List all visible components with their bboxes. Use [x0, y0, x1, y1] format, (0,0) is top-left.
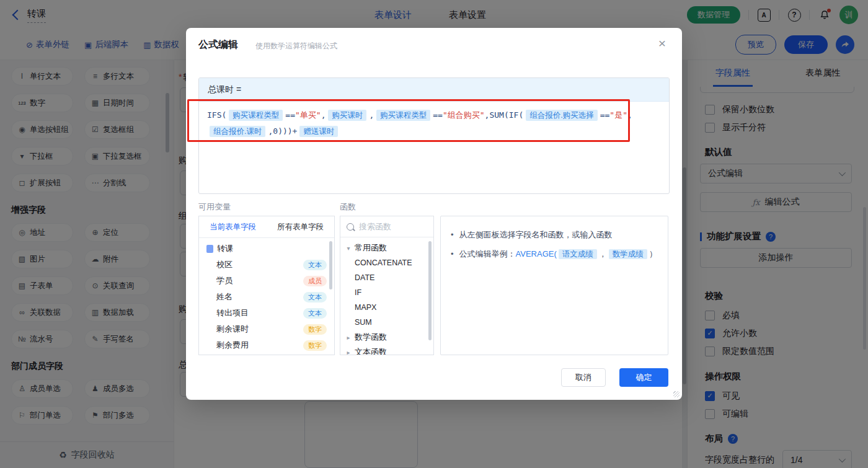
bullet-icon: • [451, 228, 454, 242]
modal-subtitle: 使用数学运算符编辑公式 [255, 41, 337, 51]
app-root: 转课 表单设计 表单设置 数据管理 A ? 训 ⊘表单外链▣后端脚本▥数据权 预… [0, 0, 868, 468]
tip-text: 从左侧面板选择字段名和函数，或输入函数 [459, 228, 613, 242]
variable-field-name: 校区 [216, 259, 232, 270]
variables-scrollbar[interactable] [329, 241, 332, 289]
formula-editor[interactable]: 总课时 = IFS(购买课程类型=="单买",购买课时,购买课程类型=="组合购… [198, 77, 670, 194]
variable-field-row[interactable]: 学员成员 [199, 273, 334, 289]
tip-token: AVERAGE( [516, 249, 557, 258]
func-item[interactable]: CONCATENATE [340, 255, 433, 270]
confirm-button[interactable]: 确定 [619, 368, 668, 387]
tree-caret-icon: ▸ [345, 334, 352, 341]
formula-field-chip[interactable]: 购买课程类型 [376, 110, 430, 121]
formula-token: "单买" [295, 110, 321, 120]
formula-token: , [369, 110, 374, 120]
func-item-label: SUM [355, 318, 372, 327]
tip-text: 公式编辑举例：AVERAGE(语文成绩，数学成绩） [459, 247, 657, 261]
field-type-badge: 文本 [303, 308, 327, 319]
variables-panel: 当前表单字段 所有表单字段 转课校区文本学员成员姓名文本转出项目文本剩余课时数字… [198, 216, 335, 355]
tip-token: ） [649, 249, 657, 258]
variables-list: 转课校区文本学员成员姓名文本转出项目文本剩余课时数字剩余费用数字 [199, 241, 334, 353]
func-item[interactable]: IF [340, 285, 433, 300]
formula-token: == [285, 110, 295, 120]
variables-tabs: 当前表单字段 所有表单字段 [199, 216, 334, 238]
function-search-input[interactable] [358, 221, 416, 232]
formula-expression[interactable]: IFS(购买课程类型=="单买",购买课时,购买课程类型=="组合购买",SUM… [199, 102, 669, 145]
variable-field-name: 转出项目 [216, 307, 249, 319]
search-icon [347, 223, 354, 231]
tree-caret-icon: ▾ [345, 245, 352, 252]
formula-token: ,SUM(IF( [485, 110, 524, 120]
field-type-badge: 数字 [303, 340, 327, 351]
formula-token: == [433, 110, 443, 120]
formula-token: ,0)))+ [268, 126, 297, 136]
variable-field-name: 剩余费用 [216, 340, 249, 351]
func-group-label: 常用函数 [355, 242, 387, 254]
variable-field-row[interactable]: 剩余课时数字 [199, 321, 334, 337]
example-field-chip: 语文成绩 [559, 249, 597, 259]
tip-token: 从左侧面板选择字段名和函数，或输入函数 [459, 230, 613, 239]
function-tree: ▾常用函数CONCATENATEDATEIFMAPXSUM▸数学函数▸文本函数 [340, 237, 433, 355]
formula-field-chip[interactable]: 赠送课时 [299, 126, 338, 137]
func-group-label: 数学函数 [355, 332, 387, 343]
field-type-badge: 数字 [303, 324, 327, 335]
modal-title: 公式编辑 [198, 38, 238, 51]
func-item-label: CONCATENATE [355, 258, 412, 267]
resize-handle-icon[interactable] [673, 391, 680, 397]
formula-field-chip[interactable]: 组合报价.购买选择 [526, 110, 597, 121]
variable-field-row[interactable]: 校区文本 [199, 257, 334, 273]
formula-field-chip[interactable]: 购买课程类型 [229, 110, 283, 121]
formula-token: "组合购买" [443, 110, 485, 120]
tree-caret-icon: ▸ [345, 349, 352, 356]
functions-scrollbar[interactable] [428, 241, 432, 340]
formula-token: "是" [609, 110, 627, 120]
variable-field-row[interactable]: 剩余费用数字 [199, 337, 334, 353]
field-type-badge: 文本 [303, 260, 327, 270]
field-type-badge: 成员 [303, 276, 327, 286]
func-group[interactable]: ▸文本函数 [340, 345, 433, 355]
func-group[interactable]: ▾常用函数 [340, 241, 433, 255]
variables-form-row[interactable]: 转课 [199, 241, 334, 257]
formula-token: , [627, 110, 632, 120]
func-item-label: MAPX [355, 303, 376, 312]
formula-field-chip[interactable]: 购买课时 [328, 110, 366, 121]
formula-token: == [600, 110, 610, 120]
form-name: 转课 [217, 243, 233, 254]
tab-current-form-fields[interactable]: 当前表单字段 [199, 216, 267, 237]
func-group[interactable]: ▸数学函数 [340, 330, 433, 345]
func-group-label: 文本函数 [355, 347, 387, 355]
formula-token: IFS( [207, 110, 226, 120]
func-item[interactable]: MAPX [340, 300, 433, 315]
example-field-chip: 数学成绩 [609, 249, 647, 259]
variables-label: 可用变量 [198, 201, 231, 213]
func-item[interactable]: SUM [340, 315, 433, 330]
bullet-icon: • [451, 247, 454, 261]
tab-all-form-fields[interactable]: 所有表单字段 [267, 216, 334, 237]
functions-panel: ▾常用函数CONCATENATEDATEIFMAPXSUM▸数学函数▸文本函数 [340, 216, 434, 355]
formula-token: , [321, 110, 326, 120]
tip-row: •从左侧面板选择字段名和函数，或输入函数 [451, 228, 658, 242]
tip-token: 公式编辑举例： [459, 249, 516, 258]
function-search [340, 216, 433, 237]
variable-field-name: 学员 [216, 275, 232, 286]
functions-label: 函数 [340, 201, 356, 213]
tips-panel: •从左侧面板选择字段名和函数，或输入函数•公式编辑举例：AVERAGE(语文成绩… [440, 216, 668, 355]
field-type-badge: 文本 [303, 292, 327, 302]
tip-row: •公式编辑举例：AVERAGE(语文成绩，数学成绩） [451, 247, 658, 261]
close-icon[interactable]: × [658, 37, 666, 50]
form-doc-icon [206, 245, 213, 253]
formula-field-chip[interactable]: 组合报价.课时 [210, 126, 265, 137]
func-item[interactable]: DATE [340, 270, 433, 285]
variable-field-name: 姓名 [216, 291, 232, 302]
formula-editor-modal: 公式编辑 使用数学运算符编辑公式 × 总课时 = IFS(购买课程类型=="单买… [186, 28, 682, 400]
variable-field-row[interactable]: 姓名文本 [199, 289, 334, 305]
cancel-button[interactable]: 取消 [561, 368, 606, 387]
tip-token: ， [599, 249, 607, 258]
func-item-label: DATE [355, 273, 374, 282]
formula-result-label: 总课时 = [199, 78, 669, 102]
func-item-label: IF [355, 288, 361, 297]
variable-field-name: 剩余课时 [216, 324, 249, 335]
variable-field-row[interactable]: 转出项目文本 [199, 305, 334, 321]
